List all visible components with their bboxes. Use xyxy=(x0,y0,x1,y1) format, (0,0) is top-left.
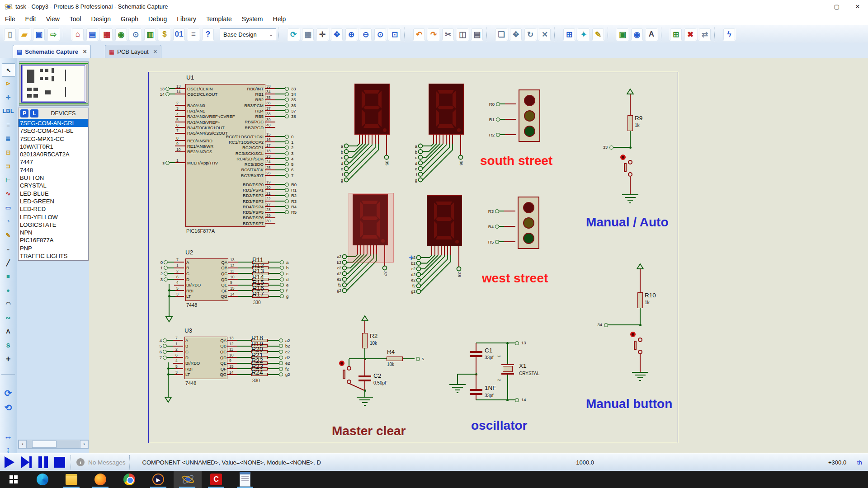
terminal-icon[interactable] xyxy=(285,188,289,192)
device-list-item[interactable]: NPN xyxy=(19,229,88,236)
new-file-icon[interactable]: ▯ xyxy=(4,28,16,41)
block-copy-icon[interactable]: ❏ xyxy=(495,28,508,41)
traffic-light-south[interactable]: R0 R1 R2 xyxy=(479,88,561,145)
path-2d-icon[interactable]: ∾ xyxy=(2,311,14,324)
terminal-icon[interactable] xyxy=(285,135,289,139)
device-list-item[interactable]: BUTTON xyxy=(19,174,88,182)
close-button[interactable]: ✕ xyxy=(847,0,868,14)
binary-debug-icon[interactable]: 01 xyxy=(173,28,185,41)
rotate-clockwise-icon[interactable]: ⟳ xyxy=(2,387,14,399)
graph-mode-icon[interactable]: ∿ xyxy=(2,188,14,200)
chrome-icon[interactable] xyxy=(122,472,137,487)
pcb-layout-icon[interactable]: ▦ xyxy=(100,28,113,41)
terminal-icon[interactable] xyxy=(165,161,170,165)
highlight-component-icon[interactable]: ▣ xyxy=(616,28,629,41)
tape-recorder-mode-icon[interactable]: ▭ xyxy=(2,201,14,214)
terminal-icon[interactable] xyxy=(285,114,289,118)
terminal-icon[interactable] xyxy=(279,344,283,348)
import-icon[interactable]: ⇨ xyxy=(47,28,60,41)
edge-icon[interactable] xyxy=(35,472,50,487)
minimize-button[interactable]: — xyxy=(806,0,826,14)
menu-item[interactable]: Debug xyxy=(143,14,172,24)
menu-item[interactable]: Help xyxy=(268,14,291,24)
instruments-mode-icon[interactable]: ◒ xyxy=(2,243,14,255)
terminal-icon[interactable] xyxy=(285,151,289,155)
menu-item[interactable]: Edit xyxy=(20,14,41,24)
terminal-icon[interactable] xyxy=(496,133,500,137)
goto-sheet-icon[interactable]: ⇄ xyxy=(698,28,711,41)
zoom-out-icon[interactable]: ⊖ xyxy=(359,28,372,41)
open-folder-icon[interactable]: ▰ xyxy=(18,28,31,41)
terminal-icon[interactable] xyxy=(495,225,499,229)
bill-of-materials-icon[interactable]: $ xyxy=(158,28,171,41)
device-list-item[interactable]: LED-RED xyxy=(19,205,88,213)
terminal-icon[interactable] xyxy=(285,140,289,144)
device-list-item[interactable]: LOGICSTATE xyxy=(19,221,88,229)
tab-close-icon[interactable]: ✕ xyxy=(83,49,87,55)
menu-item[interactable]: View xyxy=(41,14,65,24)
save-icon[interactable]: ▣ xyxy=(33,28,45,41)
redraw-icon[interactable]: ⟳ xyxy=(287,28,300,41)
undo-icon[interactable]: ↶ xyxy=(413,28,425,41)
terminal-icon[interactable] xyxy=(515,398,519,402)
terminal-icon[interactable] xyxy=(280,272,284,276)
design-style-combo[interactable]: Base Design⌄ xyxy=(220,28,276,40)
terminal-icon[interactable] xyxy=(285,210,289,214)
traffic-light-west[interactable]: R3 R4 R5 xyxy=(478,195,560,252)
pan-icon[interactable]: ✥ xyxy=(330,28,343,41)
design-explorer-icon[interactable]: ▥ xyxy=(144,28,156,41)
terminals-mode-icon[interactable]: ⊐ xyxy=(2,160,14,173)
help-icon[interactable]: ? xyxy=(202,28,214,41)
arc-2d-icon[interactable]: ◠ xyxy=(2,298,14,310)
make-device-icon[interactable]: ✦ xyxy=(577,28,590,41)
voltage-probe-mode-icon[interactable]: ✎ xyxy=(2,229,14,241)
wire-label-mode-icon[interactable]: LBL xyxy=(2,105,14,117)
scrollbar-thumb[interactable] xyxy=(32,441,57,448)
terminal-icon[interactable] xyxy=(285,109,289,113)
generator-mode-icon[interactable]: ◔ xyxy=(2,215,14,228)
start-button[interactable] xyxy=(6,472,21,487)
remove-sheet-icon[interactable]: ✖ xyxy=(684,28,697,41)
terminal-icon[interactable] xyxy=(496,102,500,106)
crystal-x1[interactable] xyxy=(503,366,513,372)
packaging-tool-icon[interactable]: ✎ xyxy=(592,28,604,41)
new-sheet-icon[interactable]: ⊞ xyxy=(670,28,682,41)
terminal-icon[interactable] xyxy=(285,92,289,96)
cut-icon[interactable]: ✂ xyxy=(442,28,454,41)
device-list-item[interactable]: CRYSTAL xyxy=(19,182,88,189)
menu-item[interactable]: Library xyxy=(172,14,201,24)
manual-push-button[interactable] xyxy=(633,336,646,357)
terminal-icon[interactable] xyxy=(285,87,289,91)
paste-icon[interactable]: ▤ xyxy=(471,28,483,41)
terminal-icon[interactable] xyxy=(285,205,289,209)
device-list-item[interactable]: 7447 xyxy=(19,158,88,166)
search-icon[interactable]: ◉ xyxy=(631,28,643,41)
scroll-right-button[interactable]: › xyxy=(80,440,88,448)
terminal-icon[interactable] xyxy=(285,174,289,178)
terminal-icon[interactable] xyxy=(416,357,420,361)
zoom-in-icon[interactable]: ⊕ xyxy=(345,28,358,41)
pick-parts-icon[interactable]: ⊞ xyxy=(563,28,576,41)
library-manager-button[interactable]: L xyxy=(30,109,38,117)
schematic-capture-icon[interactable]: ▤ xyxy=(86,28,99,41)
home-icon[interactable]: ⌂ xyxy=(71,28,84,41)
redo-icon[interactable]: ↷ xyxy=(427,28,440,41)
component-mode-icon[interactable]: ⊳ xyxy=(2,77,14,90)
device-list-item[interactable]: LED-GREEN xyxy=(19,197,88,205)
menu-item[interactable]: System xyxy=(237,14,268,24)
menu-item[interactable]: Graph xyxy=(116,14,143,24)
tab-pcb-layout[interactable]: ▦ PCB Layout ✕ xyxy=(105,45,161,58)
resistor-r4[interactable] xyxy=(387,357,403,361)
terminal-icon[interactable] xyxy=(285,162,289,166)
device-list-item[interactable]: 7448 xyxy=(19,166,88,174)
terminal-icon[interactable] xyxy=(280,260,284,264)
rotate-anticlockwise-icon[interactable]: ⟲ xyxy=(2,401,14,414)
buses-mode-icon[interactable]: ≣ xyxy=(2,132,14,145)
terminal-icon[interactable] xyxy=(165,92,170,96)
terminal-icon[interactable] xyxy=(609,145,613,150)
terminal-icon[interactable] xyxy=(279,350,283,354)
file-explorer-icon[interactable] xyxy=(64,472,79,487)
terminal-icon[interactable] xyxy=(285,183,289,187)
text-script-mode-icon[interactable]: ≡ xyxy=(2,118,14,131)
device-list-item[interactable]: PIC16F877A xyxy=(19,236,88,244)
